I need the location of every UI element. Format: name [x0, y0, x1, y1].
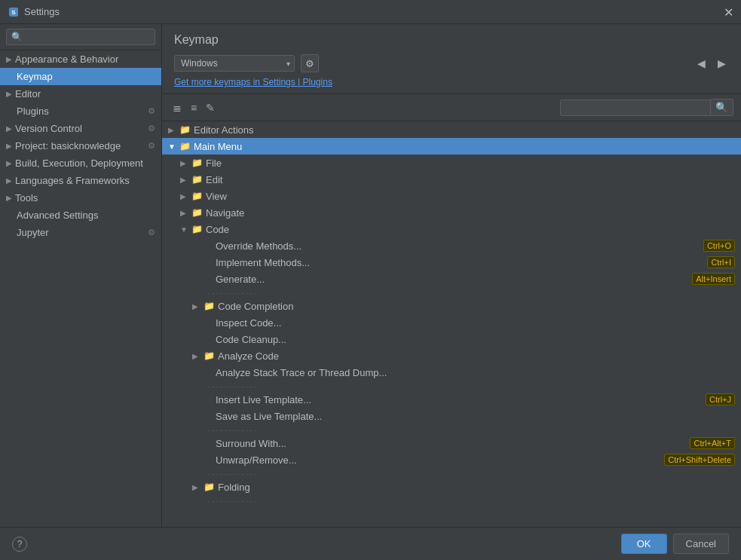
tree-item-label: Surround With... — [216, 438, 687, 449]
tree-item-label: Analyze Stack Trace or Thread Dump... — [216, 367, 735, 378]
shortcut-badge: Ctrl+O — [703, 240, 735, 252]
tree-item-surround-with[interactable]: Surround With... Ctrl+Alt+T — [162, 435, 741, 451]
chevron-right-icon: ▶ — [180, 176, 189, 184]
shortcut-badge: Ctrl+Shift+Delete — [664, 454, 735, 466]
sidebar-item-editor[interactable]: ▶ Editor — [0, 85, 161, 103]
folder-icon: 📁 — [204, 482, 215, 492]
bottom-actions: OK Cancel — [621, 534, 729, 554]
content-header: Keymap Windows macOS Linux Default Emacs… — [162, 24, 741, 94]
tree-item-code-completion[interactable]: ▶ 📁 Code Completion — [162, 298, 741, 314]
tree-item-unwrap[interactable]: Unwrap/Remove... Ctrl+Shift+Delete — [162, 451, 741, 468]
bottom-bar: ? OK Cancel — [0, 527, 741, 560]
sidebar-item-label: Tools — [15, 192, 155, 203]
tree-item-label: Editor Actions — [194, 124, 735, 136]
tree-separator: ------------ — [162, 287, 741, 298]
sidebar-item-project[interactable]: ▶ Project: basicknowledge ⚙ — [0, 137, 161, 155]
chevron-icon: ▶ — [6, 176, 12, 185]
tree-item-label: Insert Live Template... — [216, 394, 703, 405]
tree-item-label: File — [206, 158, 735, 169]
tree-item-save-live[interactable]: Save as Live Template... — [162, 408, 741, 424]
tree-item-file[interactable]: ▶ 📁 File — [162, 155, 741, 171]
settings-badge: ⚙ — [148, 228, 155, 237]
sidebar-item-build[interactable]: ▶ Build, Execution, Deployment — [0, 155, 161, 172]
collapse-all-button[interactable]: ≣ — [170, 100, 185, 115]
chevron-right-icon: ▶ — [192, 352, 201, 360]
keymap-plugin-link[interactable]: Get more keymaps in Settings | Plugins — [174, 77, 729, 87]
sidebar-search-input[interactable] — [6, 29, 155, 45]
tree-item-label: Analyze Code — [218, 350, 735, 362]
chevron-icon: ▶ — [6, 194, 12, 202]
folder-icon: 📁 — [191, 174, 203, 185]
nav-forward-button[interactable]: ▶ — [715, 56, 729, 71]
sidebar-search-box — [0, 24, 161, 50]
tree-item-analyze-code[interactable]: ▶ 📁 Analyze Code — [162, 347, 741, 364]
close-button[interactable]: ✕ — [724, 5, 733, 19]
sidebar-item-advanced[interactable]: Advanced Settings — [0, 207, 161, 224]
folder-icon: 📁 — [191, 224, 203, 234]
chevron-right-icon: ▶ — [192, 483, 201, 491]
chevron-icon: ▶ — [6, 90, 12, 98]
link-text[interactable]: Get more keymaps in Settings | Plugins — [174, 77, 332, 87]
tree-item-code-cleanup[interactable]: Code Cleanup... — [162, 331, 741, 347]
tree-item-implement-methods[interactable]: Implement Methods... Ctrl+I — [162, 254, 741, 271]
sidebar-item-version-control[interactable]: ▶ Version Control ⚙ — [0, 120, 161, 137]
chevron-right-icon: ▶ — [192, 302, 201, 311]
expand-all-button[interactable]: ≡ — [188, 100, 200, 115]
tree-separator: ------------ — [162, 495, 741, 506]
folder-icon: 📁 — [179, 141, 191, 151]
title-bar: S Settings ✕ — [0, 0, 741, 24]
sidebar-item-label: Jupyter — [17, 227, 148, 238]
keymap-search-input[interactable] — [560, 99, 711, 116]
tree-item-folding[interactable]: ▶ 📁 Folding — [162, 479, 741, 495]
cancel-button[interactable]: Cancel — [673, 534, 729, 554]
tree-item-label: Unwrap/Remove... — [216, 454, 661, 466]
tree-item-main-menu[interactable]: ▼ 📁 Main Menu — [162, 138, 741, 155]
tree-item-override-methods[interactable]: Override Methods... Ctrl+O — [162, 237, 741, 254]
settings-badge: ⚙ — [148, 106, 155, 116]
folder-icon: 📁 — [204, 301, 215, 311]
tree-item-analyze-stack[interactable]: Analyze Stack Trace or Thread Dump... — [162, 364, 741, 381]
tree-item-view[interactable]: ▶ 📁 View — [162, 188, 741, 204]
sidebar-item-tools[interactable]: ▶ Tools — [0, 189, 161, 207]
sidebar-item-label: Advanced Settings — [17, 210, 155, 221]
tree-item-editor-actions[interactable]: ▶ 📁 Editor Actions — [162, 121, 741, 138]
sidebar-item-label: Appearance & Behavior — [15, 54, 155, 65]
tree-item-label: Implement Methods... — [216, 257, 704, 268]
tree-item-label: View — [206, 191, 735, 202]
tree-item-label: Navigate — [206, 207, 735, 219]
folder-icon: 📁 — [191, 207, 203, 218]
tree-item-code[interactable]: ▼ 📁 Code — [162, 221, 741, 237]
keymap-gear-button[interactable]: ⚙ — [301, 54, 319, 72]
keymap-tree[interactable]: ▶ 📁 Editor Actions ▼ 📁 Main Menu ▶ 📁 Fil… — [162, 121, 741, 527]
shortcut-badge: Ctrl+I — [707, 256, 735, 268]
help-button[interactable]: ? — [12, 537, 27, 552]
keymap-search-button[interactable]: 🔍 — [711, 99, 733, 116]
tree-item-navigate[interactable]: ▶ 📁 Navigate — [162, 204, 741, 221]
keymap-select[interactable]: Windows macOS Linux Default Emacs — [174, 55, 295, 72]
tree-item-insert-live[interactable]: Insert Live Template... Ctrl+J — [162, 391, 741, 408]
svg-text:S: S — [11, 9, 16, 16]
tree-item-edit[interactable]: ▶ 📁 Edit — [162, 171, 741, 188]
shortcut-badge: Alt+Insert — [692, 273, 735, 285]
content-area: Keymap Windows macOS Linux Default Emacs… — [162, 24, 741, 527]
tree-item-label: Code Cleanup... — [216, 334, 735, 345]
sidebar-item-plugins[interactable]: Plugins ⚙ — [0, 103, 161, 120]
app-icon: S — [8, 6, 20, 18]
sidebar-item-label: Build, Execution, Deployment — [15, 158, 155, 169]
page-title: Keymap — [174, 33, 729, 47]
search-right: 🔍 — [560, 99, 733, 116]
sidebar-item-appearance[interactable]: ▶ Appearance & Behavior — [0, 50, 161, 68]
sidebar-item-languages[interactable]: ▶ Languages & Frameworks — [0, 172, 161, 189]
chevron-icon: ▶ — [6, 124, 12, 133]
nav-back-button[interactable]: ◀ — [694, 56, 709, 71]
tree-item-label: Save as Live Template... — [216, 411, 735, 422]
sidebar-item-jupyter[interactable]: Jupyter ⚙ — [0, 224, 161, 241]
tree-item-label: Override Methods... — [216, 240, 700, 252]
chevron-right-icon: ▶ — [180, 209, 189, 217]
folder-icon: 📁 — [191, 158, 203, 168]
sidebar-item-keymap[interactable]: Keymap — [0, 68, 161, 85]
tree-item-generate[interactable]: Generate... Alt+Insert — [162, 271, 741, 287]
edit-shortcut-button[interactable]: ✎ — [203, 100, 218, 115]
ok-button[interactable]: OK — [621, 534, 667, 554]
tree-item-inspect-code[interactable]: Inspect Code... — [162, 314, 741, 331]
